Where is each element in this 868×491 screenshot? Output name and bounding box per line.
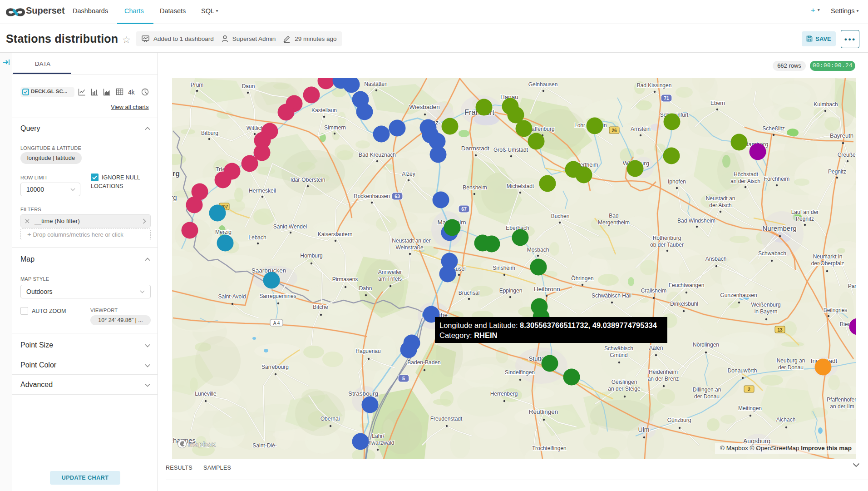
svg-text:Merzig: Merzig xyxy=(215,229,232,235)
svg-text:Kaiserslautern: Kaiserslautern xyxy=(318,231,353,238)
svg-text:Lahr/: Lahr/ xyxy=(372,433,385,439)
svg-text:Daun: Daun xyxy=(242,83,255,89)
svg-text:13: 13 xyxy=(777,327,783,332)
svg-text:Strasbourg: Strasbourg xyxy=(348,390,378,397)
svg-text:an der Ilm: an der Ilm xyxy=(830,403,854,410)
svg-text:Rothenburg: Rothenburg xyxy=(653,235,681,241)
svg-text:Eppingen: Eppingen xyxy=(499,288,523,294)
svg-text:Iphofen: Iphofen xyxy=(668,179,686,185)
svg-text:Haguenau: Haguenau xyxy=(355,348,380,354)
svg-text:26: 26 xyxy=(612,128,617,133)
svg-text:Donauwörth: Donauwörth xyxy=(728,367,757,374)
svg-text:Heilbronn: Heilbronn xyxy=(534,286,560,293)
svg-text:der Oberpfalz: der Oberpfalz xyxy=(811,260,844,267)
svg-text:Schwabach: Schwabach xyxy=(758,250,786,257)
svg-text:2: 2 xyxy=(748,387,750,392)
svg-text:Bensheim: Bensheim xyxy=(463,184,487,191)
svg-text:Lauf an der: Lauf an der xyxy=(791,209,819,215)
svg-text:Bayreuth: Bayreuth xyxy=(830,132,853,139)
svg-text:Wittlich: Wittlich xyxy=(247,125,264,131)
svg-text:Bad Kreuznach: Bad Kreuznach xyxy=(359,152,396,158)
svg-text:Forchheim: Forchheim xyxy=(764,176,790,182)
svg-text:Saint-Dié-: Saint-Dié- xyxy=(252,442,276,449)
svg-text:Sarreguemines: Sarreguemines xyxy=(259,293,296,299)
svg-text:ob der Tauber: ob der Tauber xyxy=(650,242,684,248)
svg-text:5: 5 xyxy=(402,376,405,381)
svg-text:in: in xyxy=(602,122,607,129)
svg-text:Bitburg: Bitburg xyxy=(201,130,218,136)
svg-text:Pirmasens: Pirmasens xyxy=(332,276,358,283)
svg-text:Hermeskeil: Hermeskeil xyxy=(249,188,276,194)
svg-text:Michelstadt: Michelstadt xyxy=(507,183,534,189)
svg-text:Lunéville: Lunéville xyxy=(195,391,217,397)
svg-text:Schwäbisch: Schwäbisch xyxy=(604,345,633,352)
svg-text:Homburg: Homburg xyxy=(300,253,322,259)
svg-text:an der Aisch: an der Aisch xyxy=(730,178,760,184)
svg-text:63: 63 xyxy=(395,193,400,199)
svg-text:Ebern: Ebern xyxy=(710,100,725,106)
svg-text:Arnstein: Arnstein xyxy=(631,126,651,132)
svg-text:Wiesbaden: Wiesbaden xyxy=(409,104,440,110)
svg-text:A 4: A 4 xyxy=(273,321,280,326)
svg-text:Feuchtwangen: Feuchtwangen xyxy=(669,282,705,288)
svg-text:Gunzenhausen: Gunzenhausen xyxy=(720,292,757,298)
svg-text:am Trifels: am Trifels xyxy=(378,276,402,282)
svg-text:Öhringen: Öhringen xyxy=(571,275,593,282)
svg-text:Par: Par xyxy=(848,283,856,289)
svg-text:Buchen: Buchen xyxy=(551,213,570,219)
svg-text:Scheßlitz: Scheßlitz xyxy=(762,125,784,132)
svg-text:Heidenheim: Heidenheim xyxy=(649,369,678,375)
svg-text:Ulm: Ulm xyxy=(638,426,650,433)
svg-text:der Aisch: der Aisch xyxy=(709,202,731,208)
svg-text:Freudenstadt: Freudenstadt xyxy=(430,416,463,422)
svg-text:Sankt Wendel: Sankt Wendel xyxy=(273,223,307,230)
svg-text:Dillingen an: Dillingen an xyxy=(693,387,721,393)
svg-text:Nuremberg: Nuremberg xyxy=(762,224,796,232)
svg-text:Reutlingen: Reutlingen xyxy=(529,408,558,415)
svg-text:Creußen: Creußen xyxy=(838,152,856,158)
svg-text:Sinsheim: Sinsheim xyxy=(493,265,515,271)
svg-text:Beilngries: Beilngries xyxy=(824,307,848,313)
svg-text:Günzburg: Günzburg xyxy=(667,417,691,423)
svg-text:Saint-Avold: Saint-Avold xyxy=(218,293,246,300)
svg-text:Annweiler: Annweiler xyxy=(378,269,402,275)
svg-text:Pegnitz: Pegnitz xyxy=(796,216,814,222)
svg-text:der Donau: der Donau xyxy=(778,364,804,371)
svg-text:Darmstadt: Darmstadt xyxy=(461,145,490,152)
svg-text:Sindelfingen: Sindelfingen xyxy=(505,369,535,376)
svg-text:der Donau: der Donau xyxy=(694,393,720,400)
svg-text:Dahn: Dahn xyxy=(359,285,372,292)
svg-text:Obernai: Obernai xyxy=(321,416,340,422)
svg-text:Neustadt an der: Neustadt an der xyxy=(392,238,430,244)
svg-text:Herrenberg: Herrenberg xyxy=(490,391,518,397)
svg-text:Pegnitz: Pegnitz xyxy=(828,169,846,175)
svg-text:mapbox: mapbox xyxy=(188,440,216,448)
svg-text:rg: rg xyxy=(172,193,177,201)
svg-text:Schwäbisch Hall: Schwäbisch Hall xyxy=(592,293,631,299)
svg-text:Geislingen: Geislingen xyxy=(612,379,637,385)
svg-text:Simmern: Simmern xyxy=(324,124,346,131)
svg-text:Weinstraße: Weinstraße xyxy=(395,244,423,251)
svg-text:Neuburg an: Neuburg an xyxy=(777,357,805,364)
svg-text:an der Brenz: an der Brenz xyxy=(648,376,679,382)
svg-text:Sarrebourg: Sarrebourg xyxy=(261,364,289,370)
svg-text:Rockenhausen: Rockenhausen xyxy=(354,193,390,199)
svg-text:Nastätten: Nastätten xyxy=(364,81,387,87)
svg-text:Alzey: Alzey xyxy=(402,171,415,177)
svg-text:Neustadt an: Neustadt an xyxy=(706,195,735,202)
svg-text:Gelnhausen: Gelnhausen xyxy=(528,81,558,88)
svg-text:Dinkelsbühl: Dinkelsbühl xyxy=(670,301,698,307)
svg-text:71: 71 xyxy=(664,95,669,101)
svg-text:© Mapbox © OpenStreetMap Impro: © Mapbox © OpenStreetMap Improve this ma… xyxy=(720,445,852,451)
svg-text:Idar-Oberstein: Idar-Oberstein xyxy=(291,177,326,183)
svg-text:Meitingen: Meitingen xyxy=(738,405,762,412)
svg-text:Groß-Umstadt: Groß-Umstadt xyxy=(493,147,528,153)
svg-text:Lebach: Lebach xyxy=(248,234,266,241)
svg-text:Bad Windsheim: Bad Windsheim xyxy=(677,218,715,224)
svg-text:Trochtelfingen: Trochtelfingen xyxy=(532,445,567,451)
svg-text:Baden-Baden: Baden-Baden xyxy=(407,359,440,366)
svg-text:Aalen: Aalen xyxy=(649,345,663,351)
svg-text:Bad Kissingen: Bad Kissingen xyxy=(637,82,672,89)
svg-text:Kulmbach: Kulmbach xyxy=(814,101,838,108)
svg-text:Bitche: Bitche xyxy=(313,304,328,310)
